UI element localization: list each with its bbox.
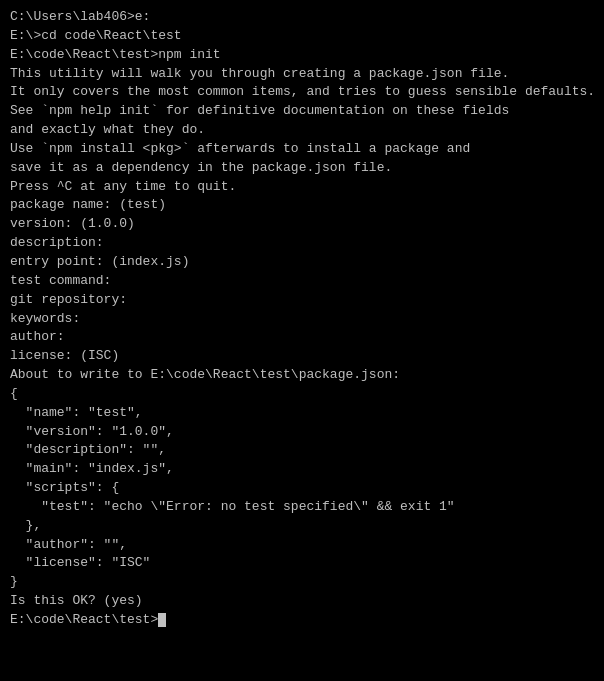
- terminal-line: entry point: (index.js): [10, 253, 594, 272]
- terminal-line: E:\>cd code\React\test: [10, 27, 594, 46]
- terminal-line: save it as a dependency in the package.j…: [10, 159, 594, 178]
- terminal-line: git repository:: [10, 291, 594, 310]
- terminal-line: See `npm help init` for definitive docum…: [10, 102, 594, 121]
- terminal-window[interactable]: C:\Users\lab406>e:E:\>cd code\React\test…: [0, 0, 604, 681]
- terminal-line: E:\code\React\test>npm init: [10, 46, 594, 65]
- terminal-line: "author": "",: [10, 536, 594, 555]
- terminal-line: E:\code\React\test>: [10, 611, 594, 630]
- terminal-line: This utility will walk you through creat…: [10, 65, 594, 84]
- terminal-line: package name: (test): [10, 196, 594, 215]
- terminal-line: "scripts": {: [10, 479, 594, 498]
- terminal-line: "main": "index.js",: [10, 460, 594, 479]
- terminal-line: It only covers the most common items, an…: [10, 83, 594, 102]
- terminal-line: About to write to E:\code\React\test\pac…: [10, 366, 594, 385]
- terminal-line: {: [10, 385, 594, 404]
- terminal-line: version: (1.0.0): [10, 215, 594, 234]
- terminal-line: Is this OK? (yes): [10, 592, 594, 611]
- terminal-line: description:: [10, 234, 594, 253]
- terminal-line: "name": "test",: [10, 404, 594, 423]
- terminal-line: Press ^C at any time to quit.: [10, 178, 594, 197]
- terminal-line: test command:: [10, 272, 594, 291]
- terminal-line: }: [10, 573, 594, 592]
- terminal-line: C:\Users\lab406>e:: [10, 8, 594, 27]
- terminal-line: keywords:: [10, 310, 594, 329]
- terminal-line: "test": "echo \"Error: no test specified…: [10, 498, 594, 517]
- terminal-line: author:: [10, 328, 594, 347]
- terminal-line: license: (ISC): [10, 347, 594, 366]
- terminal-line: "license": "ISC": [10, 554, 594, 573]
- terminal-line: and exactly what they do.: [10, 121, 594, 140]
- terminal-line: "description": "",: [10, 441, 594, 460]
- terminal-line: },: [10, 517, 594, 536]
- terminal-line: "version": "1.0.0",: [10, 423, 594, 442]
- terminal-line: Use `npm install <pkg>` afterwards to in…: [10, 140, 594, 159]
- terminal-cursor: [158, 613, 166, 627]
